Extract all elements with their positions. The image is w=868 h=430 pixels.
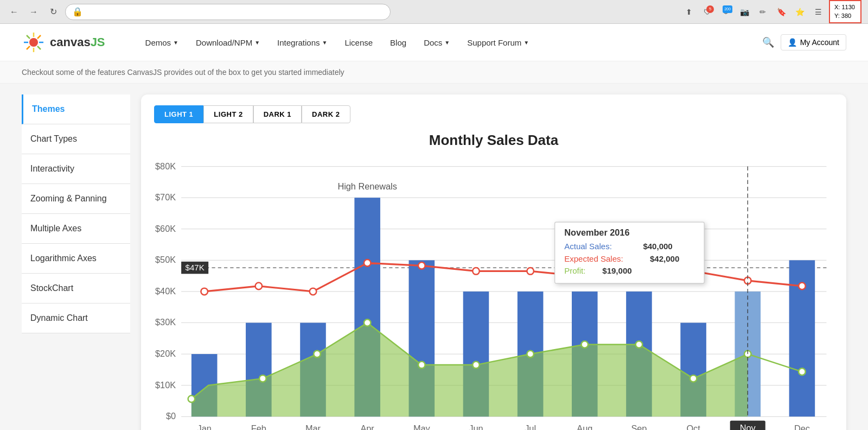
sidebar-item-multiple-axes[interactable]: Multiple Axes <box>22 214 130 244</box>
svg-text:November 2016: November 2016 <box>564 227 629 237</box>
sidebar-item-dynamic[interactable]: Dynamic Chart <box>22 303 130 333</box>
svg-text:Jan: Jan <box>197 423 212 430</box>
svg-line-8 <box>27 46 30 49</box>
theme-light1-button[interactable]: LIGHT 1 <box>154 105 203 123</box>
extension-icon[interactable]: ⬡ 200 <box>718 4 733 20</box>
logo[interactable]: canvasJS <box>22 30 105 54</box>
support-arrow-icon: ▼ <box>524 40 529 46</box>
camera-icon[interactable]: 📷 <box>737 4 752 20</box>
svg-text:Jun: Jun <box>469 423 483 430</box>
logo-text: canvasJS <box>50 35 105 49</box>
theme-light2-button[interactable]: LIGHT 2 <box>203 105 253 123</box>
svg-point-47 <box>473 362 480 369</box>
browser-chrome: ← → ↻ 🔒 canvasjs.com ⬆ 🛡 5 ⬡ 200 📷 ✏ 🔖 ⭐… <box>0 0 868 24</box>
svg-text:$42,000: $42,000 <box>650 254 679 263</box>
shield-icon[interactable]: 🛡 5 <box>700 4 715 20</box>
svg-text:Expected Sales:: Expected Sales: <box>564 254 623 263</box>
demos-arrow-icon: ▼ <box>173 40 178 46</box>
svg-text:$40,000: $40,000 <box>643 242 672 251</box>
chart-title: Monthly Sales Data <box>154 132 833 149</box>
svg-text:$20K: $20K <box>155 349 176 358</box>
nav-download[interactable]: Download/NPM ▼ <box>188 34 267 52</box>
svg-text:$30K: $30K <box>155 317 176 327</box>
search-icon[interactable]: 🔍 <box>762 36 774 48</box>
share-icon[interactable]: ⬆ <box>681 4 697 20</box>
svg-text:Profit:: Profit: <box>564 266 585 275</box>
sidebar: Themes Chart Types Interactivity Zooming… <box>22 94 130 430</box>
logo-svg <box>22 30 46 54</box>
coord-x: X: 1130 <box>834 3 856 11</box>
sidebar-item-stockchart[interactable]: StockChart <box>22 274 130 303</box>
svg-text:$0: $0 <box>166 411 176 421</box>
my-account-button[interactable]: 👤 My Account <box>781 34 846 50</box>
forward-button[interactable]: → <box>26 4 41 20</box>
site-header: canvasJS Demos ▼ Download/NPM ▼ Integrat… <box>0 24 868 61</box>
theme-dark2-button[interactable]: DARK 2 <box>302 105 350 123</box>
back-button[interactable]: ← <box>7 4 22 20</box>
svg-text:Jul: Jul <box>525 423 536 430</box>
nav-integrations[interactable]: Integrations ▼ <box>270 34 335 52</box>
nav-demos[interactable]: Demos ▼ <box>138 34 186 52</box>
edit-icon[interactable]: ✏ <box>755 4 770 20</box>
main-nav: Demos ▼ Download/NPM ▼ Integrations ▼ Li… <box>138 34 537 52</box>
svg-text:$50K: $50K <box>155 255 176 264</box>
refresh-button[interactable]: ↻ <box>46 4 61 20</box>
svg-point-49 <box>582 341 589 348</box>
svg-point-50 <box>636 341 643 348</box>
svg-text:May: May <box>413 423 431 430</box>
main-content: Themes Chart Types Interactivity Zooming… <box>0 84 868 430</box>
svg-point-45 <box>364 319 371 326</box>
ext-badge: 200 <box>723 5 732 13</box>
account-icon: 👤 <box>788 38 797 47</box>
account-label: My Account <box>800 38 839 47</box>
svg-point-48 <box>527 351 534 358</box>
sidebar-item-interactivity[interactable]: Interactivity <box>22 154 130 184</box>
svg-point-58 <box>418 262 425 269</box>
svg-text:Apr: Apr <box>360 423 374 430</box>
svg-point-51 <box>690 375 697 382</box>
coordinates-display: X: 1130 Y: 380 <box>829 0 861 23</box>
svg-line-6 <box>37 46 41 49</box>
star-icon[interactable]: ⭐ <box>792 4 807 20</box>
svg-point-53 <box>799 368 806 375</box>
menu-icon[interactable]: ☰ <box>810 4 826 20</box>
svg-text:$10K: $10K <box>155 380 176 390</box>
svg-point-65 <box>799 283 806 290</box>
svg-point-54 <box>201 288 208 295</box>
nav-license[interactable]: License <box>337 34 380 52</box>
chart-svg: $80K $70K $60K $50K $40K $30K $20K $10K … <box>154 154 833 430</box>
integrations-arrow-icon: ▼ <box>322 40 327 46</box>
bookmark-icon[interactable]: 🔖 <box>774 4 789 20</box>
sidebar-item-themes[interactable]: Themes <box>22 94 130 124</box>
svg-text:Oct: Oct <box>686 423 700 430</box>
svg-point-44 <box>314 351 321 358</box>
coord-y: Y: 380 <box>834 12 856 20</box>
address-bar[interactable]: 🔒 canvasjs.com <box>65 4 391 20</box>
shield-badge: 5 <box>706 5 714 13</box>
sub-header-text: Checkout some of the features CanvasJS p… <box>22 68 344 77</box>
svg-point-59 <box>473 268 480 275</box>
docs-arrow-icon: ▼ <box>444 40 450 46</box>
sub-header: Checkout some of the features CanvasJS p… <box>0 61 868 84</box>
chart-wrapper: $80K $70K $60K $50K $40K $30K $20K $10K … <box>154 154 833 430</box>
browser-toolbar: ⬆ 🛡 5 ⬡ 200 📷 ✏ 🔖 ⭐ ☰ X: 1130 Y: 380 <box>681 0 861 23</box>
lock-icon: 🔒 <box>72 7 83 17</box>
theme-dark1-button[interactable]: DARK 1 <box>253 105 302 123</box>
svg-text:Nov: Nov <box>740 423 756 430</box>
svg-text:High Renewals: High Renewals <box>337 181 397 191</box>
svg-text:Aug: Aug <box>577 423 592 430</box>
svg-text:Sep: Sep <box>631 423 647 430</box>
nav-support-forum[interactable]: Support Forum ▼ <box>459 34 537 52</box>
nav-blog[interactable]: Blog <box>382 34 414 52</box>
url-input[interactable]: canvasjs.com <box>87 8 384 16</box>
svg-text:Dec: Dec <box>794 423 810 430</box>
nav-docs[interactable]: Docs ▼ <box>416 34 457 52</box>
sidebar-item-logarithmic[interactable]: Logarithmic Axes <box>22 244 130 274</box>
sidebar-item-chart-types[interactable]: Chart Types <box>22 124 130 154</box>
sidebar-item-zooming[interactable]: Zooming & Panning <box>22 184 130 214</box>
svg-point-55 <box>256 283 263 290</box>
chart-container: Monthly Sales Data $80K $70K $60K $50K $… <box>154 132 833 430</box>
svg-text:Feb: Feb <box>251 423 266 430</box>
website: canvasJS Demos ▼ Download/NPM ▼ Integrat… <box>0 24 868 430</box>
header-right: 🔍 👤 My Account <box>762 34 846 50</box>
